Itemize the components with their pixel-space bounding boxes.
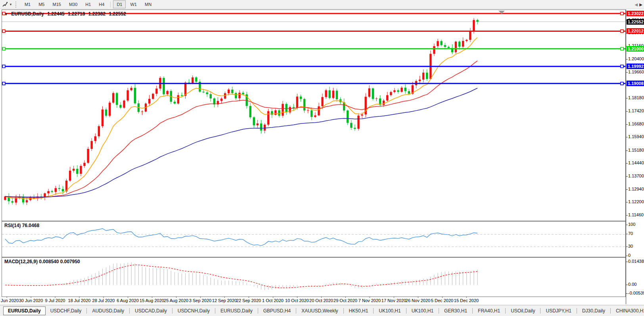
- mt4-window: ▼ M1M5M15M30H1H4D1W1MN ▼ EURUSD,Daily 1.…: [0, 0, 644, 316]
- tab-separator: [343, 308, 344, 314]
- date-label: 25 Aug 2020: [164, 298, 188, 303]
- date-label: 10 Oct 2020: [285, 298, 309, 303]
- tab-separator: [172, 308, 172, 314]
- tab-fra40-h1[interactable]: FRA40,H1: [473, 306, 505, 315]
- price-axis: 1.226401.219001.211601.204001.196601.189…: [626, 10, 644, 305]
- tab-dj30-daily[interactable]: DJ30,Daily: [577, 306, 610, 315]
- price-tick: 1.15940: [628, 134, 644, 139]
- chart-tabs: EURUSD,DailyUSDCHF,DailyAUDUSD,DailyUSDC…: [0, 305, 644, 316]
- price-tick: 1.19660: [628, 69, 644, 74]
- date-label: 5 Dec 2020: [431, 298, 453, 303]
- tab-scroll-left-icon[interactable]: ◀: [635, 2, 638, 7]
- macd-tick: 0.00: [628, 282, 636, 287]
- tab-xauusd-weekly[interactable]: XAUUSD,Weekly: [297, 306, 343, 315]
- tab-uk100-h1[interactable]: UK100,H1: [407, 306, 438, 315]
- tab-separator: [258, 308, 258, 314]
- price-tick: 1.12200: [628, 199, 644, 204]
- cursor-tool-dropdown-icon[interactable]: ▼: [9, 3, 12, 6]
- price-tick: 1.12940: [628, 187, 644, 191]
- date-label: 15 Dec 2020: [454, 298, 479, 303]
- tab-usdjpy-h1[interactable]: USDJPY,H1: [541, 306, 576, 315]
- rsi-tick: 70: [628, 231, 633, 236]
- tab-separator: [296, 308, 296, 314]
- macd-pane[interactable]: MACD(12,26,9) 0.008540 0.007950: [2, 257, 626, 297]
- hline-price-badge: 1.23022: [627, 11, 644, 16]
- macd-tick: -0.005396: [628, 291, 644, 295]
- tab-separator: [406, 308, 406, 314]
- tab-hk50-h1[interactable]: HK50,H1: [344, 306, 373, 315]
- date-label: 17 Nov 2020: [381, 298, 406, 303]
- price-chart-pane[interactable]: ▼ EURUSD,Daily 1.22445 1.22718 1.22382 1…: [2, 10, 626, 221]
- rsi-label: RSI(14) 76.0468: [4, 223, 39, 228]
- price-tick: 1.11460: [628, 212, 644, 217]
- tab-eurusd-daily[interactable]: EURUSD,Daily: [216, 306, 257, 315]
- date-label: 15 Aug 2020: [140, 298, 164, 303]
- timeframe-button-d1[interactable]: D1: [113, 0, 126, 8]
- date-label: 29 Oct 2020: [334, 298, 357, 303]
- chart-dropdown-icon[interactable]: ▼: [4, 12, 8, 16]
- tab-usdcad-daily[interactable]: USDCAD,Daily: [130, 306, 172, 315]
- tab-separator: [505, 308, 506, 314]
- tab-usoil-daily[interactable]: USOil,Daily: [506, 306, 540, 315]
- tab-eurusd-daily[interactable]: EURUSD,Daily: [3, 306, 46, 315]
- price-tick: 1.18180: [628, 95, 644, 100]
- tab-ger30-h1[interactable]: GER30,H1: [439, 306, 472, 315]
- toolbar: ▼ M1M5M15M30H1H4D1W1MN: [0, 0, 644, 9]
- current-price-badge: 1.22552: [627, 19, 644, 25]
- hline-price-badge: 1.19992: [627, 64, 644, 69]
- timeframe-button-h4[interactable]: H4: [95, 0, 108, 8]
- ohlc-close: 1.22552: [109, 11, 126, 17]
- ohlc-open: 1.22445: [47, 11, 64, 17]
- date-label: 20 Jun 2020: [0, 298, 19, 303]
- date-label: 12 Sep 2020: [212, 298, 237, 303]
- timeframe-button-h1[interactable]: H1: [82, 0, 94, 8]
- chart-title-symbol: EURUSD,Daily: [11, 11, 44, 17]
- date-label: 22 Sep 2020: [236, 298, 261, 303]
- price-tick: 1.20400: [628, 56, 644, 61]
- date-label: 20 Oct 2020: [309, 298, 333, 303]
- date-label: 7 Nov 2020: [358, 298, 381, 303]
- timeframe-buttons: M1M5M15M30H1H4D1W1MN: [21, 0, 155, 9]
- ohlc-high: 1.22718: [68, 11, 85, 17]
- tab-separator: [610, 308, 611, 314]
- macd-label: MACD(12,26,9) 0.008540 0.007950: [4, 259, 80, 264]
- tab-scroll-right-icon[interactable]: ▶: [639, 2, 642, 7]
- timeframe-button-mn[interactable]: MN: [141, 0, 155, 8]
- tab-separator: [439, 308, 439, 314]
- timeframe-button-m5[interactable]: M5: [35, 0, 48, 8]
- ohlc-low: 1.22382: [88, 11, 105, 17]
- chart-title: ▼ EURUSD,Daily 1.22445 1.22718 1.22382 1…: [4, 11, 128, 17]
- timeframe-button-w1[interactable]: W1: [126, 0, 140, 8]
- tab-uk100-h1[interactable]: UK100,H1: [374, 306, 405, 315]
- date-label: 28 Jul 2020: [92, 298, 115, 303]
- timeframe-separator: [110, 2, 111, 8]
- tab-gbpusd-h4[interactable]: GBPUSD,H4: [259, 306, 295, 315]
- price-tick: 1.15180: [628, 148, 644, 152]
- rsi-tick: 30: [628, 244, 633, 249]
- tab-china300-h1[interactable]: CHINA300,H1: [611, 306, 644, 315]
- macd-tick: 0.014384: [628, 259, 644, 264]
- price-tick: 1.16680: [628, 121, 644, 126]
- rsi-tick: 100: [628, 222, 635, 227]
- timeframe-button-m1[interactable]: M1: [21, 0, 34, 8]
- tab-audusd-daily[interactable]: AUDUSD,Daily: [87, 306, 129, 315]
- hline-price-badge: 1.21000: [627, 46, 644, 52]
- rsi-pane[interactable]: RSI(14) 76.0468: [2, 221, 626, 257]
- hline-price-badge: 1.19008: [627, 81, 644, 86]
- toolbar-grip: [15, 2, 17, 8]
- cursor-tool-icon[interactable]: [1, 1, 9, 8]
- tab-usdchf-daily[interactable]: USDCHF,Daily: [46, 306, 86, 315]
- tab-separator: [577, 308, 577, 314]
- date-label: 26 Nov 2020: [406, 298, 430, 303]
- hline-price-badge: 1.22012: [627, 28, 644, 34]
- tab-usdcnh-daily[interactable]: USDCNH,Daily: [173, 306, 215, 315]
- date-label: 1 Oct 2020: [262, 298, 284, 303]
- timeframe-button-m15[interactable]: M15: [49, 0, 64, 8]
- date-label: 30 Jun 2020: [19, 298, 43, 303]
- timeframe-button-m30[interactable]: M30: [65, 0, 81, 8]
- tab-separator: [540, 308, 540, 314]
- tab-separator: [472, 308, 473, 314]
- date-label: 3 Sep 2020: [189, 298, 211, 303]
- date-label: 18 Jul 2020: [68, 298, 91, 303]
- date-label: 6 Aug 2020: [117, 298, 139, 303]
